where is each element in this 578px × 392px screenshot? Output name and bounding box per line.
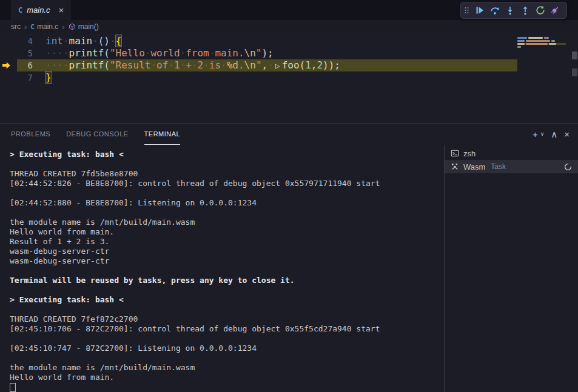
- breadcrumb-item-label: src: [11, 22, 21, 31]
- code-line-5: 5····printf("Hello·world·from·main.\n");: [0, 47, 578, 59]
- line-number: 5: [17, 47, 33, 59]
- terminal-line: [10, 188, 444, 198]
- symbol-method-icon: [69, 23, 76, 30]
- debug-toolbar-buttons: [472, 3, 563, 18]
- terminal-line: [10, 334, 444, 344]
- code-text: ····printf("Result·of·1·+·2·is·%d.\n",·▷…: [45, 59, 340, 71]
- panel-tab-debug-console[interactable]: DEBUG CONSOLE: [66, 124, 128, 145]
- code-text: ····printf("Hello·world·from·main.\n");: [45, 47, 274, 59]
- debug-current-line-arrow-icon: [2, 62, 10, 69]
- terminal-type-label: Task: [491, 162, 506, 171]
- editor-lines: 4int·main·()·{5····printf("Hello·world·f…: [0, 35, 578, 84]
- terminal-dropdown-chevron-icon[interactable]: ∨: [540, 131, 545, 137]
- step-into-button[interactable]: [502, 3, 517, 18]
- code-text: int·main·()·{: [45, 35, 121, 47]
- panel-body: > Executing task: bash < THREAD CREATED …: [0, 145, 578, 392]
- overview-ruler-mark: [572, 68, 577, 76]
- terminal-line: [10, 208, 444, 218]
- terminal-line: Result of 1 + 2 is 3.: [10, 237, 444, 247]
- breadcrumb-item-label: main(): [78, 22, 99, 31]
- line-number: 4: [17, 35, 33, 47]
- vscode-window: C main.c × src›Cmain.c›main() 4int·main·…: [0, 0, 578, 392]
- terminal-line: Hello world from main.: [10, 227, 444, 237]
- terminal-lines: > Executing task: bash < THREAD CREATED …: [10, 150, 444, 382]
- step-over-button[interactable]: [487, 3, 502, 18]
- panel-maximize-button[interactable]: ∧: [551, 130, 557, 139]
- c-file-icon: C: [30, 23, 35, 31]
- terminal-line: [10, 159, 444, 169]
- editor[interactable]: 4int·main·()·{5····printf("Hello·world·f…: [0, 33, 578, 123]
- line-number: 7: [17, 71, 33, 84]
- overview-ruler-mark: [572, 51, 577, 59]
- terminal-list-item-wasm[interactable]: WasmTask: [445, 160, 578, 173]
- terminal-line: [02:44:52:826 - BE8E8700]: control threa…: [10, 179, 444, 188]
- terminal-line: THREAD CREATED 7fd5be8e8700: [10, 169, 444, 179]
- terminal-line: [02:44:52:880 - BE8E8700]: Listening on …: [10, 198, 444, 208]
- terminal-list: zshWasmTask: [444, 145, 578, 392]
- breadcrumb-item-main-c[interactable]: Cmain.c: [30, 22, 58, 31]
- terminal-output[interactable]: > Executing task: bash < THREAD CREATED …: [0, 145, 444, 392]
- terminal-list-item-zsh[interactable]: zsh: [445, 147, 578, 160]
- terminal-line: > Executing task: bash <: [10, 150, 444, 159]
- terminal-line: [10, 305, 444, 314]
- breadcrumb-item-label: main.c: [37, 22, 58, 31]
- terminal-icon: [451, 149, 459, 158]
- breadcrumb-items: src›Cmain.c›main(): [11, 22, 99, 32]
- inline-run-icon: ▷: [275, 61, 280, 70]
- terminal-name: Wasm: [463, 162, 485, 171]
- bottom-panel: PROBLEMSDEBUG CONSOLETERMINAL + ∨ ∧ × > …: [0, 123, 578, 392]
- terminal-line: the module name is /mnt/build/main.wasm: [10, 363, 444, 373]
- terminal-cursor: [10, 383, 16, 392]
- code-line-6: 6····printf("Result·of·1·+·2·is·%d.\n",·…: [0, 59, 578, 71]
- breadcrumb: src›Cmain.c›main(): [0, 20, 578, 33]
- task-busy-spinner-icon: [564, 163, 572, 171]
- minimap[interactable]: [517, 37, 570, 49]
- code-line-body: 4int·main·()·{: [17, 35, 517, 47]
- code-line-body: 7}: [17, 71, 517, 84]
- drag-grip-icon[interactable]: [465, 5, 469, 15]
- terminal-line: [10, 285, 444, 295]
- breadcrumb-separator: ›: [24, 22, 27, 32]
- panel-close-button[interactable]: ×: [564, 130, 570, 139]
- code-line-body: 5····printf("Hello·world·from·main.\n");: [17, 47, 517, 59]
- code-line-4: 4int·main·()·{: [0, 35, 578, 47]
- terminal-line: > Executing task: bash <: [10, 295, 444, 305]
- panel-tab-terminal[interactable]: TERMINAL: [144, 124, 181, 145]
- terminal-line: Terminal will be reused by tasks, press …: [10, 276, 444, 285]
- tab-close-icon[interactable]: ×: [59, 5, 64, 15]
- breadcrumb-item-src[interactable]: src: [11, 22, 21, 31]
- breakpoint-gutter[interactable]: [0, 47, 17, 59]
- terminal-line: the module name is /mnt/build/main.wasm: [10, 218, 444, 227]
- line-number: 6: [17, 59, 33, 71]
- new-terminal-button[interactable]: +: [533, 130, 538, 139]
- panel-tab-problems[interactable]: PROBLEMS: [11, 124, 50, 145]
- tools-icon: [451, 162, 459, 171]
- step-out-button[interactable]: [517, 3, 533, 18]
- tab-label: main.c: [27, 5, 50, 15]
- code-text: }: [45, 71, 52, 84]
- breadcrumb-separator: ›: [62, 22, 64, 32]
- terminal-line: [02:45:10:747 - 872C2700]: Listening on …: [10, 344, 444, 353]
- restart-button[interactable]: [533, 3, 548, 18]
- code-line-body: 6····printf("Result·of·1·+·2·is·%d.\n",·…: [17, 59, 517, 71]
- disconnect-button[interactable]: [548, 3, 563, 18]
- tab-main-c[interactable]: C main.c ×: [11, 0, 71, 20]
- terminal-line: wasm-debug-server-ctr: [10, 247, 444, 256]
- code-line-7: 7}: [0, 71, 578, 84]
- terminal-name: zsh: [463, 149, 476, 158]
- terminal-line: THREAD CREATED 7fef872c2700: [10, 314, 444, 324]
- breakpoint-gutter[interactable]: [0, 59, 17, 71]
- terminal-line: [02:45:10:706 - 872C2700]: control threa…: [10, 324, 444, 334]
- editor-tab-bar: C main.c ×: [0, 0, 578, 20]
- terminal-line: Hello world from main.: [10, 373, 444, 382]
- panel-tabs: PROBLEMSDEBUG CONSOLETERMINAL: [11, 124, 180, 145]
- terminal-line: [10, 266, 444, 276]
- breakpoint-gutter[interactable]: [0, 35, 17, 47]
- breakpoint-gutter[interactable]: [0, 71, 17, 84]
- debug-toolbar: [460, 2, 567, 19]
- panel-actions: + ∨ ∧ ×: [533, 130, 570, 139]
- c-file-icon: C: [18, 6, 22, 15]
- continue-button[interactable]: [472, 3, 487, 18]
- breadcrumb-item-main[interactable]: main(): [69, 22, 99, 31]
- terminal-line: [10, 353, 444, 363]
